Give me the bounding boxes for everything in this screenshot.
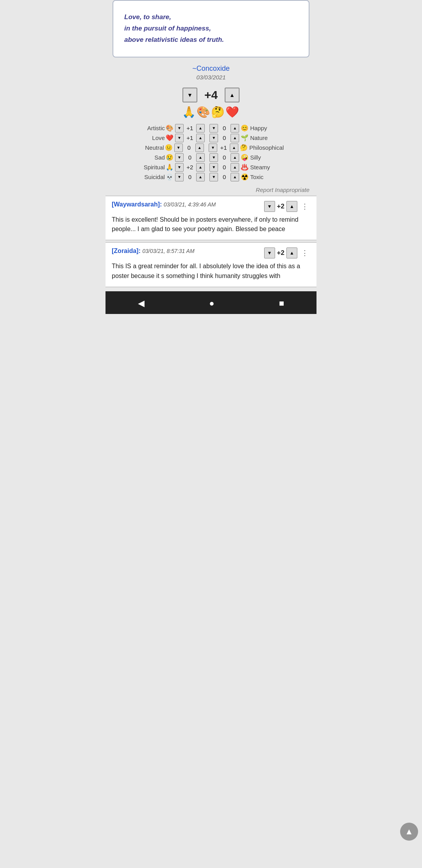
poem-line-1: Love, to share, <box>124 12 298 23</box>
tag-left-up-btn[interactable]: ▲ <box>196 153 205 162</box>
comment-vote-area: ▼ +2 ▲ ⋮ <box>264 247 310 258</box>
tag-right-up-btn[interactable]: ▲ <box>231 153 239 162</box>
tag-right-down-btn[interactable]: ▼ <box>209 173 218 181</box>
tag-left-emoji: 💀 <box>166 174 173 180</box>
comment-more-btn[interactable]: ⋮ <box>299 247 310 258</box>
tag-right-down-btn[interactable]: ▼ <box>209 134 218 142</box>
tag-left-up-btn[interactable]: ▲ <box>196 163 205 172</box>
tag-right-up-btn[interactable]: ▲ <box>231 124 239 133</box>
author-section: ~Concoxide 03/03/2021 <box>106 65 316 81</box>
tag-left-score: 0 <box>184 144 195 151</box>
tag-left-label: Love❤️ <box>139 134 174 142</box>
comment-block: [Zoraida]: 03/03/21, 8:57:31 AM ▼ +2 ▲ ⋮… <box>106 242 316 287</box>
comment-downvote-btn[interactable]: ▼ <box>264 201 275 212</box>
tag-right-label: ☢️Toxic <box>240 173 283 181</box>
vote-score: +4 <box>201 88 221 102</box>
tag-left-label: Spiritual🙏 <box>139 163 174 171</box>
tag-right-emoji: 🌱 <box>241 134 249 142</box>
comment-user[interactable]: [Waywardsarah]: <box>112 201 162 208</box>
comment-downvote-btn[interactable]: ▼ <box>264 247 275 258</box>
tag-left-emoji: 🙏 <box>166 164 173 170</box>
tag-left-label: Artistic🎨 <box>139 124 174 132</box>
upvote-button[interactable]: ▲ <box>225 88 240 102</box>
comment-upvote-btn[interactable]: ▲ <box>286 247 297 258</box>
tag-left-emoji: ❤️ <box>166 135 173 141</box>
tag-right-emoji: ♨️ <box>241 163 249 171</box>
tag-right-emoji: ☢️ <box>241 173 249 181</box>
tag-right-score: 0 <box>219 164 230 170</box>
tag-left-down-btn[interactable]: ▼ <box>175 134 184 142</box>
tag-left-score: 0 <box>184 154 195 161</box>
tag-left-emoji: 😢 <box>166 154 173 161</box>
tag-row: Suicidal💀 ▼ 0 ▲ ▼ 0 ▲ ☢️Toxic <box>116 173 306 181</box>
tag-row: Love❤️ ▼ +1 ▲ ▼ 0 ▲ 🌱Nature <box>116 134 306 142</box>
tag-left-down-btn[interactable]: ▼ <box>175 124 184 133</box>
tag-right-up-btn[interactable]: ▲ <box>231 134 239 142</box>
tag-left-down-btn[interactable]: ▼ <box>175 153 184 162</box>
tag-right-up-btn[interactable]: ▲ <box>230 143 238 152</box>
tag-right-down-btn[interactable]: ▼ <box>209 143 217 152</box>
tag-row: Neutral😐 ▼ 0 ▲ ▼ +1 ▲ 🤔Philosophical <box>116 143 306 152</box>
comment-user-timestamp: [Waywardsarah]: 03/03/21, 4:39:46 AM <box>112 201 216 208</box>
reaction-emojis: 🙏🎨🤔❤️ <box>106 106 316 118</box>
tag-left-down-btn[interactable]: ▼ <box>174 143 183 152</box>
tag-left-label: Suicidal💀 <box>139 173 174 181</box>
tag-right-down-btn[interactable]: ▼ <box>209 153 218 162</box>
downvote-button[interactable]: ▼ <box>182 88 197 102</box>
tag-left-emoji: 🎨 <box>166 125 173 131</box>
comment-text: This is excellent! Should be in posters … <box>112 215 310 235</box>
tag-left-score: +2 <box>184 164 195 170</box>
comment-vote-area: ▼ +2 ▲ ⋮ <box>264 201 310 212</box>
comment-text: This IS a great reminder for all. I abso… <box>112 262 310 281</box>
tag-left-up-btn[interactable]: ▲ <box>196 173 205 181</box>
comment-timestamp: 03/03/21, 4:39:46 AM <box>164 201 216 208</box>
tag-right-score: +1 <box>218 144 229 151</box>
tag-row: Spiritual🙏 ▼ +2 ▲ ▼ 0 ▲ ♨️Steamy <box>116 163 306 172</box>
tag-right-emoji: 🤪 <box>241 154 249 161</box>
comment-score: +2 <box>277 249 284 257</box>
comments-section: [Waywardsarah]: 03/03/21, 4:39:46 AM ▼ +… <box>106 195 316 287</box>
tag-right-label: 🌱Nature <box>240 134 283 142</box>
nav-back-button[interactable]: ◀ <box>130 297 152 310</box>
tag-left-score: 0 <box>184 174 195 180</box>
nav-home-button[interactable]: ● <box>201 297 222 310</box>
tag-left-up-btn[interactable]: ▲ <box>195 143 204 152</box>
tag-right-score: 0 <box>219 135 230 141</box>
tag-left-up-btn[interactable]: ▲ <box>196 124 205 133</box>
author-date: 03/03/2021 <box>106 74 316 81</box>
tag-left-label: Neutral😐 <box>138 144 173 151</box>
comment-more-btn[interactable]: ⋮ <box>299 201 310 212</box>
tag-row: Artistic🎨 ▼ +1 ▲ ▼ 0 ▲ 😊Happy <box>116 124 306 133</box>
comment-header: [Zoraida]: 03/03/21, 8:57:31 AM ▼ +2 ▲ ⋮ <box>112 247 310 258</box>
tag-right-up-btn[interactable]: ▲ <box>231 173 239 181</box>
tag-right-score: 0 <box>219 174 230 180</box>
poem-text: Love, to share, in the pursuit of happin… <box>124 12 298 46</box>
poem-line-3: above relativistic ideas of truth. <box>124 34 298 46</box>
tag-right-score: 0 <box>219 125 230 131</box>
tag-left-emoji: 😐 <box>165 144 173 151</box>
tag-right-down-btn[interactable]: ▼ <box>209 163 218 172</box>
tag-right-up-btn[interactable]: ▲ <box>231 163 239 172</box>
tag-right-emoji: 😊 <box>241 124 249 132</box>
bottom-nav: ◀ ● ■ <box>106 291 316 314</box>
tag-left-score: +1 <box>184 135 195 141</box>
comment-upvote-btn[interactable]: ▲ <box>286 201 297 212</box>
poem-card: Love, to share, in the pursuit of happin… <box>113 0 309 57</box>
author-link[interactable]: ~Concoxide <box>192 65 230 72</box>
tag-left-down-btn[interactable]: ▼ <box>175 163 184 172</box>
tag-left-down-btn[interactable]: ▼ <box>175 173 184 181</box>
tag-right-score: 0 <box>219 154 230 161</box>
report-inappropriate[interactable]: Report Inappropriate <box>106 183 316 195</box>
comment-block: [Waywardsarah]: 03/03/21, 4:39:46 AM ▼ +… <box>106 195 316 241</box>
tags-grid: Artistic🎨 ▼ +1 ▲ ▼ 0 ▲ 😊Happy Love❤️ ▼ +… <box>116 124 306 181</box>
comment-header: [Waywardsarah]: 03/03/21, 4:39:46 AM ▼ +… <box>112 201 310 212</box>
comment-user[interactable]: [Zoraida]: <box>112 247 141 254</box>
comment-user-timestamp: [Zoraida]: 03/03/21, 8:57:31 AM <box>112 247 195 255</box>
comment-score: +2 <box>277 203 284 210</box>
tag-right-down-btn[interactable]: ▼ <box>209 124 218 133</box>
nav-stop-button[interactable]: ■ <box>271 297 292 310</box>
tag-right-label: ♨️Steamy <box>240 163 283 171</box>
tag-left-up-btn[interactable]: ▲ <box>196 134 205 142</box>
tag-row: Sad😢 ▼ 0 ▲ ▼ 0 ▲ 🤪Silly <box>116 153 306 162</box>
tag-right-label: 😊Happy <box>240 124 283 132</box>
